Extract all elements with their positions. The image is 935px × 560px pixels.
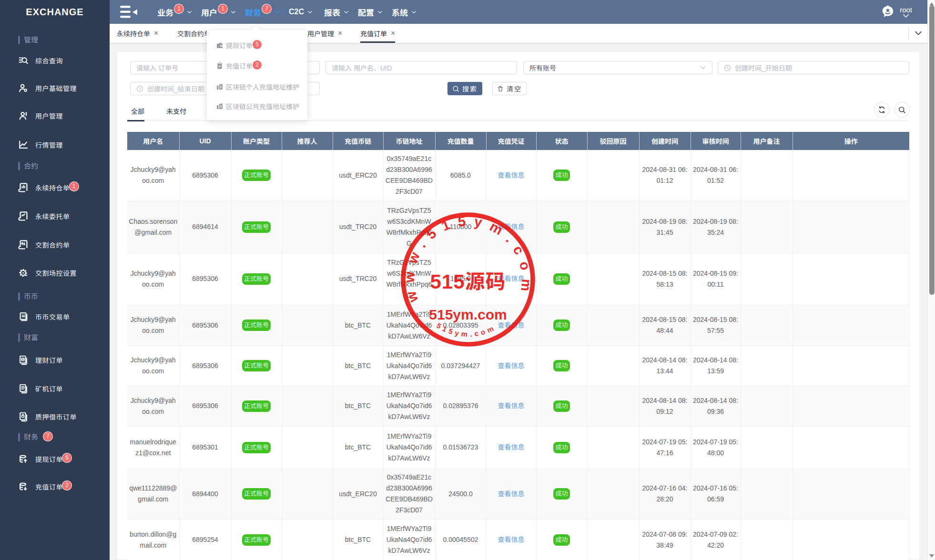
svg-text:515源码: 515源码	[430, 270, 506, 293]
svg-text:515ym.com: 515ym.com	[435, 321, 495, 339]
svg-text:515ym.com: 515ym.com	[429, 307, 507, 322]
